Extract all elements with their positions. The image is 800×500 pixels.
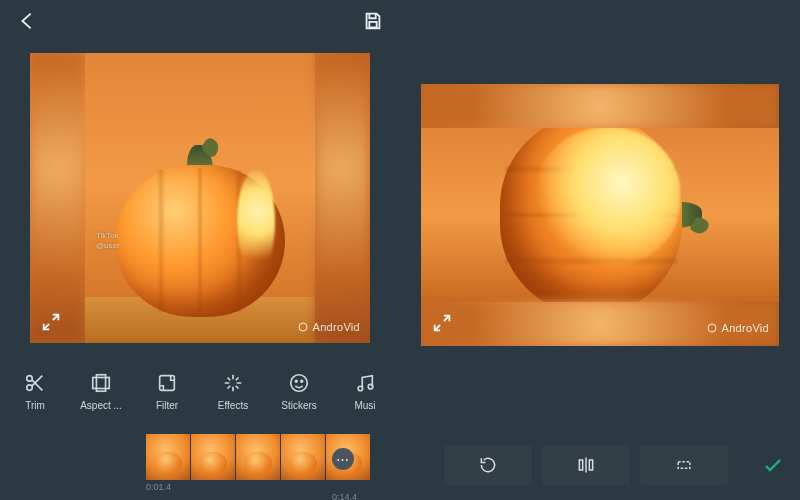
sparkle-icon: [222, 372, 244, 394]
filter-icon: [156, 372, 178, 394]
svg-point-11: [368, 384, 373, 389]
timeline[interactable]: ⋯ 0:01.4 0:14.4: [0, 428, 400, 500]
rotate-button[interactable]: [444, 445, 532, 485]
top-bar: [0, 0, 400, 42]
tiktok-watermark: TikTok @user: [96, 231, 120, 251]
tool-stickers[interactable]: Stickers: [266, 372, 332, 411]
svg-point-8: [295, 380, 297, 382]
back-button[interactable]: [16, 10, 38, 32]
preview-center: [85, 53, 315, 343]
action-bar: [400, 430, 800, 500]
tool-label: Effects: [218, 400, 248, 411]
tool-trim[interactable]: Trim: [2, 372, 68, 411]
tool-music[interactable]: Musi: [332, 372, 398, 411]
svg-rect-13: [678, 462, 690, 469]
rotate-icon: [478, 455, 498, 475]
save-button[interactable]: [362, 10, 384, 32]
time-start: 0:01.4: [146, 482, 171, 492]
aspect-icon: [90, 372, 112, 394]
timeline-frame[interactable]: [146, 434, 190, 480]
expand-icon: [431, 312, 453, 334]
tool-label: Musi: [354, 400, 375, 411]
tool-filter[interactable]: Filter: [134, 372, 200, 411]
fullscreen-button[interactable]: [40, 311, 62, 333]
svg-point-10: [358, 386, 363, 391]
sticker-icon: [288, 372, 310, 394]
preview-stage: TikTok @user AndroVid: [0, 42, 400, 354]
tool-aspect[interactable]: Aspect ...: [68, 372, 134, 411]
check-icon: [761, 453, 785, 477]
tool-label: Filter: [156, 400, 178, 411]
circle-icon: [297, 321, 309, 333]
preview-blur-left: [30, 53, 85, 343]
svg-point-1: [299, 323, 307, 331]
app-watermark: AndroVid: [706, 322, 769, 334]
preview-blur-right: [315, 53, 370, 343]
rotate-panel: AndroVid: [400, 0, 800, 500]
flip-button[interactable]: [542, 445, 630, 485]
svg-rect-6: [160, 375, 175, 390]
timecodes: 0:01.4 0:14.4: [146, 482, 171, 492]
pumpkin-graphic-rotated: [500, 128, 700, 302]
svg-rect-4: [93, 377, 110, 388]
pumpkin-graphic: [115, 147, 285, 317]
crop-button[interactable]: [640, 445, 728, 485]
svg-point-9: [301, 380, 303, 382]
svg-rect-0: [369, 22, 376, 27]
svg-point-7: [291, 374, 308, 391]
crop-icon: [674, 455, 694, 475]
svg-point-12: [708, 324, 716, 332]
expand-icon: [40, 311, 62, 333]
more-button[interactable]: ⋯: [332, 448, 354, 470]
confirm-button[interactable]: [746, 453, 800, 477]
ellipsis-icon: ⋯: [336, 452, 350, 467]
tool-label: Trim: [25, 400, 45, 411]
rotate-stage: AndroVid: [400, 0, 800, 430]
arrow-left-icon: [16, 10, 38, 32]
video-preview[interactable]: TikTok @user AndroVid: [30, 53, 370, 343]
app-watermark: AndroVid: [297, 321, 360, 333]
timeline-frame[interactable]: [281, 434, 325, 480]
flip-icon: [576, 455, 596, 475]
fullscreen-button[interactable]: [431, 312, 453, 334]
music-icon: [354, 372, 376, 394]
tool-label: Aspect ...: [80, 400, 122, 411]
tool-label: Stickers: [281, 400, 317, 411]
tool-row: Trim Aspect ... Filter Effects Stickers …: [0, 354, 400, 428]
rotated-preview[interactable]: AndroVid: [421, 84, 779, 346]
circle-icon: [706, 322, 718, 334]
timeline-frame[interactable]: [191, 434, 235, 480]
save-icon: [362, 10, 384, 32]
tool-effects[interactable]: Effects: [200, 372, 266, 411]
editor-panel: TikTok @user AndroVid Trim Aspect ... Fi…: [0, 0, 400, 500]
scissors-icon: [24, 372, 46, 394]
timeline-frame[interactable]: [236, 434, 280, 480]
